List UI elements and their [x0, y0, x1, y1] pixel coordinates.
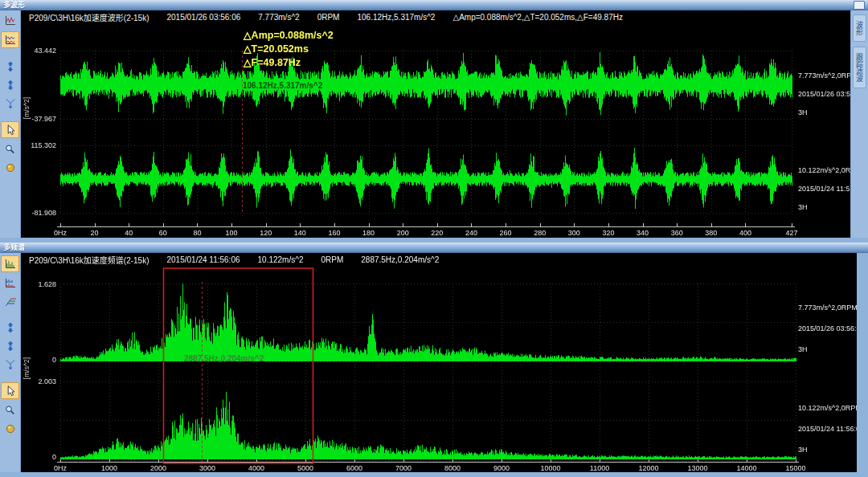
fit-vertical-button[interactable]: [2, 338, 18, 353]
waveform-header-bar: P209/C\3H\16k加速度波形(2-15k) 2015/01/26 03:…: [21, 10, 850, 24]
x-tick-label: 427: [785, 229, 797, 237]
waveform-window: 多波形 P209/C\3H\16k加速度波形(2-15k) 2015/01/26…: [0, 0, 868, 243]
overall-value: 10.122m/s^2: [258, 255, 304, 264]
x-tick-label: 11000: [590, 464, 609, 472]
side-tab-1[interactable]: 波形: [853, 14, 866, 42]
settings-icon: [4, 162, 17, 173]
merge-traces-icon: [4, 98, 17, 109]
waveform-plot-area: P209/C\3H\16k加速度波形(2-15k) 2015/01/26 03:…: [21, 10, 850, 238]
waterfall-icon: [4, 296, 17, 308]
x-tick-label: 6000: [346, 464, 362, 472]
trace-1-datetime-label: 2015/01/26 03:56:06: [798, 324, 857, 332]
x-tick-label: 320: [602, 229, 614, 237]
right-tab-strip: 波形跟踪滤波: [850, 10, 868, 238]
trace-1-channel-label: 3H: [798, 108, 808, 116]
pointer-icon: [4, 385, 17, 397]
spectrum-plot-canvas[interactable]: [21, 266, 857, 472]
delta-annotation-line: △F=49.87Hz: [244, 56, 334, 70]
trace-2-datetime-label: 2015/01/24 11:56:06: [798, 185, 850, 193]
side-tab-2[interactable]: 跟踪滤波: [853, 47, 866, 88]
x-tick-label: 9000: [493, 464, 510, 472]
y-tick-label: 0: [21, 453, 56, 461]
x-tick-label: 13000: [687, 464, 707, 472]
x-tick-label: 180: [362, 229, 375, 237]
y-tick-label: 115.302: [21, 141, 56, 149]
merge-traces-icon: [4, 359, 17, 370]
zoom-icon: [4, 144, 17, 155]
trace-2-overall-label: 10.122m/s^2,0RPM: [798, 166, 850, 174]
y-tick-label: 0: [21, 356, 56, 364]
trace-2-datetime-label: 2015/01/24 11:56:06: [798, 425, 857, 433]
x-axis-tick-labels: 0Hz2040608010012014016018020022024026028…: [21, 229, 850, 238]
x-tick-label: 2000: [150, 464, 166, 472]
multi-waveform-button[interactable]: [1, 31, 19, 48]
fit-vertical-button[interactable]: [2, 77, 18, 92]
waveform-window-title: 多波形: [3, 1, 25, 10]
pointer-button[interactable]: [1, 382, 19, 399]
fit-vertical-icon: [4, 80, 17, 91]
merge-traces-button[interactable]: [2, 357, 18, 372]
vibration-analyzer-app: 多波形 P209/C\3H\16k加速度波形(2-15k) 2015/01/26…: [0, 0, 868, 477]
expand-vertical-icon: [4, 61, 17, 72]
expand-vertical-button[interactable]: [2, 59, 18, 74]
y-tick-label: 1.628: [21, 280, 56, 288]
delta-annotation-line: △Amp=0.088m/s^2: [244, 29, 334, 43]
x-tick-label: 3000: [199, 464, 215, 472]
trace-1-datetime-label: 2015/01/26 03:56:06: [798, 90, 850, 98]
settings-icon: [4, 423, 17, 434]
rpm-value: 0RPM: [321, 255, 343, 264]
x-tick-label: 15000: [785, 464, 805, 472]
window-menu-button[interactable]: [854, 1, 865, 10]
expand-vertical-button[interactable]: [2, 320, 18, 335]
trace-1-overall-label: 7.773m/s^2,0RPM: [798, 71, 850, 80]
cursor-readout: 2887.5Hz,0.204m/s^2: [184, 354, 264, 363]
x-tick-label: 40: [125, 229, 133, 237]
spectrum-window-titlebar[interactable]: 多频谱: [0, 243, 868, 253]
expand-vertical-icon: [4, 322, 17, 333]
delta-values: △Amp=0.088m/s^2,△T=20.052ms,△F=49.87Hz: [452, 13, 622, 22]
x-tick-label: 140: [294, 229, 306, 237]
waveform-plot-canvas[interactable]: [21, 24, 850, 238]
x-tick-label: 12000: [638, 464, 658, 472]
x-tick-label: 280: [534, 229, 546, 237]
single-spectrum-button[interactable]: [1, 255, 19, 272]
trace-2-overall-label: 10.122m/s^2,0RPM: [798, 404, 857, 412]
x-tick-label: 8000: [444, 464, 461, 472]
cursor-value: 106.12Hz,5.317m/s^2: [357, 13, 435, 22]
x-tick-label: 240: [465, 229, 477, 237]
zoom-icon: [4, 405, 17, 416]
single-waveform-button[interactable]: [2, 13, 18, 28]
y-tick-label: 43.442: [21, 47, 56, 55]
trace-1-overall-label: 7.773m/s^2,0RPM: [798, 304, 857, 312]
cursor-readout: 106.12Hz,5.317m/s^2: [243, 81, 322, 90]
x-tick-label: 200: [397, 229, 409, 237]
spectrum-header-bar: P209/C\3H\16k加速度频谱(2-15k) 2015/01/24 11:…: [21, 253, 857, 267]
x-tick-label: 220: [431, 229, 443, 237]
merge-traces-button[interactable]: [2, 96, 18, 111]
trace-1-channel-label: 3H: [798, 345, 808, 353]
zoom-button[interactable]: [2, 402, 18, 418]
settings-button[interactable]: [2, 160, 18, 175]
waveform-window-titlebar[interactable]: 多波形: [0, 0, 868, 10]
spectrum-window-body: P209/C\3H\16k加速度频谱(2-15k) 2015/01/24 11:…: [0, 253, 868, 472]
multi-spectrum-button[interactable]: [2, 275, 18, 291]
x-tick-label: 380: [705, 229, 717, 237]
single-spectrum-icon: [4, 259, 17, 270]
spectrum-window: 多频谱 P209/C\3H\16k加速度频谱(2-15k) 2015/01/24…: [0, 243, 868, 477]
waterfall-button[interactable]: [2, 294, 18, 309]
waveform-toolbar: [0, 10, 21, 238]
x-tick-label: 340: [637, 229, 649, 237]
trace-2-channel-label: 3H: [798, 446, 808, 454]
settings-button[interactable]: [2, 421, 18, 436]
zoom-button[interactable]: [2, 141, 18, 157]
trace-2-channel-label: 3H: [798, 203, 808, 211]
x-tick-label: 0Hz: [54, 229, 67, 237]
x-tick-label: 0Hz: [54, 464, 67, 472]
x-tick-label: 60: [159, 229, 167, 237]
x-tick-label: 100: [226, 229, 238, 237]
pointer-button[interactable]: [1, 121, 19, 138]
multi-waveform-icon: [4, 35, 17, 46]
y-tick-label: -81.908: [21, 209, 56, 217]
single-waveform-icon: [4, 15, 17, 26]
rpm-value: 0RPM: [317, 13, 340, 22]
